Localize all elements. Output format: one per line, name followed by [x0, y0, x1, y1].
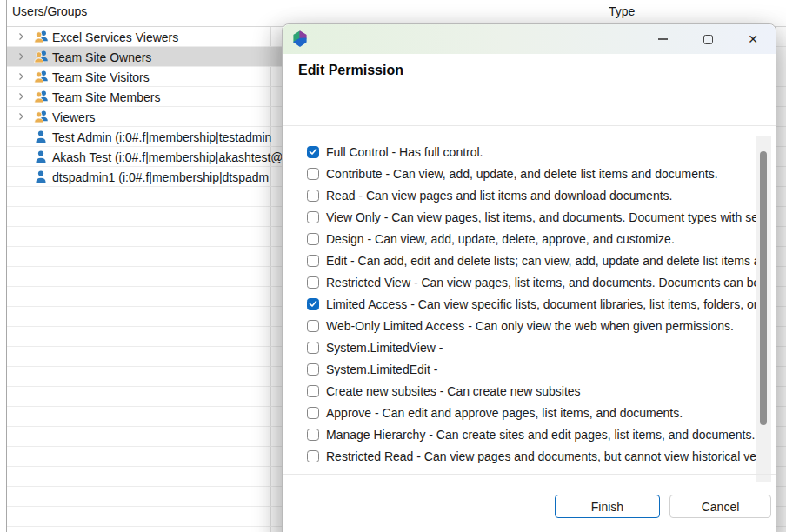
permission-label: Create new subsites - Can create new sub… [326, 384, 581, 398]
expand-chevron-icon [14, 150, 28, 163]
minimize-icon [658, 38, 668, 39]
permission-label: Contribute - Can view, add, update, and … [326, 167, 718, 181]
checkbox-unchecked[interactable] [307, 320, 319, 332]
permission-row[interactable]: Contribute - Can view, add, update, and … [283, 163, 756, 184]
maximize-icon [703, 35, 713, 44]
expand-chevron-icon [14, 170, 28, 183]
expand-chevron-icon[interactable] [14, 110, 28, 123]
footer-separator [283, 474, 776, 475]
permission-row[interactable]: System.LimitedView - [283, 336, 756, 358]
list-item-label: Akash Test (i:0#.f|membership|akashtest@ [52, 150, 283, 164]
permission-label: Manage Hierarchy - Can create sites and … [326, 428, 755, 442]
permission-label: System.LimitedView - [326, 341, 443, 355]
checkbox-checked[interactable] [307, 146, 319, 158]
expand-chevron-icon[interactable] [14, 70, 28, 83]
permission-row[interactable]: Edit - Can add, edit and delete lists; c… [283, 249, 756, 271]
group-icon [33, 50, 49, 63]
list-item-label: Team Site Owners [52, 50, 151, 64]
dialog-titlebar[interactable]: ✕ [283, 24, 776, 54]
permissions-list: Full Control - Has full control.Contribu… [283, 126, 756, 465]
permission-label: Design - Can view, add, update, delete, … [326, 232, 675, 246]
finish-button[interactable]: Finish [555, 495, 660, 518]
edit-permission-dialog: ✕ Edit Permission Full Control - Has ful… [282, 23, 776, 532]
dialog-footer: Finish Cancel [283, 495, 776, 518]
screen: Users/Groups Type Excel Services Viewers… [0, 0, 786, 532]
list-item-label: Team Site Visitors [52, 70, 150, 84]
permission-label: Edit - Can add, edit and delete lists; c… [326, 254, 756, 268]
list-item-label: Viewers [52, 110, 96, 124]
permission-row[interactable]: System.LimitedEdit - [283, 358, 756, 380]
person-icon [33, 130, 49, 143]
list-item-label: Excel Services Viewers [52, 30, 178, 44]
permission-label: Web-Only Limited Access - Can only view … [326, 319, 734, 333]
close-icon: ✕ [748, 33, 758, 45]
dialog-title: Edit Permission [298, 63, 403, 78]
checkbox-unchecked[interactable] [307, 342, 319, 354]
list-item-label: Test Admin (i:0#.f|membership|testadmin [52, 130, 271, 144]
permission-row[interactable]: Restricted View - Can view pages, list i… [283, 271, 756, 293]
permission-label: View Only - Can view pages, list items, … [326, 210, 756, 224]
users-groups-column-header[interactable]: Users/Groups [12, 4, 87, 18]
checkbox-unchecked[interactable] [307, 407, 319, 419]
checkbox-unchecked[interactable] [307, 363, 319, 376]
checkbox-unchecked[interactable] [307, 190, 319, 202]
checkbox-unchecked[interactable] [307, 233, 319, 245]
group-icon [33, 70, 49, 83]
checkbox-unchecked[interactable] [307, 276, 319, 289]
list-item[interactable]: Team Site Owners [7, 47, 287, 67]
checkbox-unchecked[interactable] [307, 211, 319, 223]
expand-chevron-icon[interactable] [14, 90, 28, 103]
permission-label: Approve - Can edit and approve pages, li… [326, 406, 683, 420]
permission-label: Read - Can view pages and list items and… [326, 189, 672, 203]
person-icon [33, 170, 49, 183]
person-icon [33, 150, 49, 163]
maximize-button[interactable] [685, 24, 730, 54]
permission-row[interactable]: Read - Can view pages and list items and… [283, 184, 756, 206]
cube-logo-icon [291, 30, 309, 48]
permission-row[interactable]: Limited Access - Can view specific lists… [283, 293, 756, 315]
permission-row[interactable]: View Only - Can view pages, list items, … [283, 206, 756, 228]
permission-label: Limited Access - Can view specific lists… [326, 297, 756, 311]
permission-row[interactable]: Create new subsites - Can create new sub… [283, 380, 756, 402]
group-icon [33, 30, 49, 43]
type-column-header[interactable]: Type [609, 4, 635, 18]
permission-row[interactable]: Restricted Read - Can view pages and doc… [283, 445, 756, 465]
checkbox-unchecked[interactable] [307, 450, 319, 462]
permission-label: Restricted View - Can view pages, list i… [326, 276, 756, 289]
group-icon [33, 90, 49, 103]
permission-label: System.LimitedEdit - [326, 362, 437, 376]
group-icon [33, 110, 49, 123]
permission-row[interactable]: Manage Hierarchy - Can create sites and … [283, 423, 756, 445]
permission-label: Restricted Read - Can view pages and doc… [326, 449, 756, 463]
expand-chevron-icon [14, 130, 28, 143]
close-button[interactable]: ✕ [730, 24, 776, 54]
expand-chevron-icon[interactable] [14, 30, 28, 43]
list-item-label: Team Site Members [52, 90, 160, 104]
scrollbar-thumb[interactable] [760, 151, 767, 425]
permission-row[interactable]: Design - Can view, add, update, delete, … [283, 228, 756, 249]
checkbox-unchecked[interactable] [307, 385, 319, 397]
checkbox-checked[interactable] [307, 298, 319, 310]
cancel-button[interactable]: Cancel [669, 495, 771, 518]
minimize-button[interactable] [640, 24, 685, 54]
vertical-scrollbar[interactable] [756, 136, 771, 482]
list-item-label: dtspadmin1 (i:0#.f|membership|dtspadm [52, 170, 269, 184]
checkbox-unchecked[interactable] [307, 429, 319, 441]
expand-chevron-icon[interactable] [14, 50, 28, 63]
grid-header: Users/Groups Type [7, 0, 786, 26]
checkbox-unchecked[interactable] [307, 168, 319, 180]
permission-row[interactable]: Web-Only Limited Access - Can only view … [283, 315, 756, 336]
permission-label: Full Control - Has full control. [326, 145, 483, 159]
window-controls: ✕ [640, 24, 776, 54]
permission-row[interactable]: Approve - Can edit and approve pages, li… [283, 402, 756, 423]
checkbox-unchecked[interactable] [307, 255, 319, 267]
permission-row[interactable]: Full Control - Has full control. [283, 141, 756, 163]
